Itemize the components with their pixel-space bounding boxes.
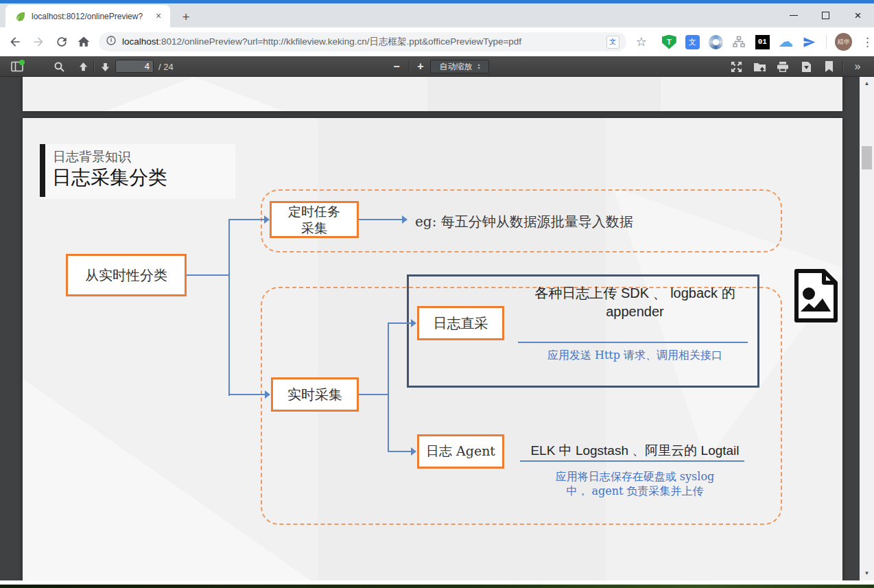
connector-line xyxy=(359,219,403,220)
status-green-dot xyxy=(19,60,25,65)
bookmark-button[interactable] xyxy=(820,56,837,77)
extension-01-icon[interactable]: 01 xyxy=(755,35,770,49)
page-down-button[interactable] xyxy=(97,56,113,77)
page-up-button[interactable] xyxy=(75,56,91,77)
agent-desc-text: ELK 中 Logstash 、阿里云的 Logtail xyxy=(506,442,764,460)
pdf-search-icon[interactable] xyxy=(51,56,67,77)
connector-line xyxy=(228,394,265,395)
scroll-up-icon[interactable]: ▲ xyxy=(860,78,874,89)
window-controls: × xyxy=(777,3,874,27)
browser-menu-icon[interactable]: ⋮ xyxy=(860,35,874,49)
timed-box-line1: 定时任务 xyxy=(288,203,340,220)
browser-window: localhost:8012/onlinePreview? × + × loca… xyxy=(0,0,874,588)
forward-button[interactable] xyxy=(29,32,48,51)
sidebar-toggle-button[interactable] xyxy=(8,56,26,77)
agent-box-label: 日志 Agent xyxy=(426,443,495,460)
agent-note-line1: 应用将日志保存在硬盘或 syslog xyxy=(506,469,764,484)
scrollbar-thumb[interactable] xyxy=(862,146,872,169)
connector-line xyxy=(228,220,230,396)
slide-subtitle: 日志背景知识 xyxy=(53,148,131,166)
close-button[interactable]: × xyxy=(842,3,874,27)
print-button[interactable] xyxy=(774,56,792,77)
zoom-in-button[interactable]: + xyxy=(412,56,429,77)
arrowhead-icon xyxy=(411,447,416,456)
toolbar-separator xyxy=(826,35,827,49)
zoom-select-dropdown[interactable]: 自动缩放 ▴▾ xyxy=(430,60,489,73)
underline xyxy=(520,460,744,462)
maximize-button[interactable] xyxy=(810,3,842,27)
vertical-scrollbar[interactable]: ▲ ▼ xyxy=(860,77,874,580)
browser-tab[interactable]: localhost:8012/onlinePreview? × xyxy=(5,5,170,27)
home-button[interactable] xyxy=(74,32,93,51)
pdf-page-4-slide: 日志背景知识 日志采集分类 从实时性分类 xyxy=(23,118,842,580)
pdf-page-3-bottom xyxy=(23,77,842,111)
minimize-icon xyxy=(790,15,798,16)
desktop-wallpaper-strip xyxy=(0,585,874,588)
slide-title: 日志采集分类 xyxy=(52,165,167,191)
spring-leaf-favicon xyxy=(15,11,26,22)
direct-box-label: 日志直采 xyxy=(434,314,488,333)
extension-swirl-icon[interactable] xyxy=(709,35,723,49)
more-tools-button[interactable]: » xyxy=(848,56,867,77)
profile-avatar[interactable]: 精华 xyxy=(835,33,853,51)
address-bar: localhost:8012/onlinePreview?url=http://… xyxy=(0,27,874,56)
dropdown-spinner-icon: ▴▾ xyxy=(477,63,480,70)
root-box-label: 从实时性分类 xyxy=(85,266,167,285)
page-number-input[interactable]: 4 xyxy=(115,60,154,73)
url-input[interactable]: localhost:8012/onlinePreview?url=http://… xyxy=(99,32,626,51)
presentation-mode-button[interactable] xyxy=(727,56,745,77)
tab-close-icon[interactable]: × xyxy=(152,10,165,23)
agent-note-line2: 中， agent 负责采集并上传 xyxy=(506,484,764,498)
log-agent-box: 日志 Agent xyxy=(417,434,504,469)
agent-note-text: 应用将日志保存在硬盘或 syslog 中， agent 负责采集并上传 xyxy=(506,469,764,498)
pdf-viewer-area[interactable]: 日志背景知识 日志采集分类 从实时性分类 xyxy=(0,77,874,580)
zoom-out-button[interactable]: − xyxy=(388,56,405,77)
arrowhead-icon xyxy=(402,215,408,224)
timed-box-line2: 采集 xyxy=(301,220,327,236)
extension-cloud-icon[interactable]: ☁ xyxy=(779,35,793,49)
zoom-select-label: 自动缩放 xyxy=(439,61,472,73)
realtime-box: 实时采集 xyxy=(271,377,359,412)
titlebar: localhost:8012/onlinePreview? × + × xyxy=(0,3,874,27)
underline xyxy=(518,342,748,343)
minimize-button[interactable] xyxy=(777,3,810,27)
extension-shield-icon[interactable]: T xyxy=(662,35,676,49)
timed-task-box: 定时任务 采集 xyxy=(270,201,359,238)
translate-page-icon[interactable]: 文 xyxy=(606,36,619,49)
direct-note-text: 应用发送 Http 请求、调用相关接口 xyxy=(506,349,764,363)
image-placeholder-icon xyxy=(792,269,838,322)
connector-line xyxy=(388,451,412,452)
extension-sitemap-icon[interactable] xyxy=(732,35,746,49)
url-path: :8012/onlinePreview?url=http://kkfilevie… xyxy=(158,36,521,47)
extensions-row: T 文 01 ☁ xyxy=(662,35,816,49)
arrowhead-icon xyxy=(264,215,270,224)
reload-button[interactable] xyxy=(52,32,71,51)
connector-line xyxy=(388,322,412,324)
pdf-toolbar: 4 / 24 − + 自动缩放 ▴▾ » xyxy=(0,56,874,77)
url-text: localhost:8012/onlinePreview?url=http://… xyxy=(122,36,606,48)
download-button[interactable] xyxy=(797,56,815,77)
open-file-button[interactable] xyxy=(751,56,768,77)
root-box: 从实时性分类 xyxy=(66,254,187,296)
arrowhead-icon xyxy=(411,319,416,327)
title-accent-bar xyxy=(40,144,45,197)
realtime-box-label: 实时采集 xyxy=(287,386,342,404)
back-button[interactable] xyxy=(5,32,25,51)
page-count-label: / 24 xyxy=(158,56,174,77)
bookmark-star-icon[interactable]: ☆ xyxy=(633,34,650,49)
arrowhead-icon xyxy=(265,390,270,399)
toolbar-separator xyxy=(93,60,94,73)
direct-collect-box: 日志直采 xyxy=(417,306,504,340)
timed-example-text: eg: 每五分钟从数据源批量导入数据 xyxy=(415,213,633,231)
extension-bird-icon[interactable] xyxy=(802,35,816,49)
extension-translate-icon[interactable]: 文 xyxy=(685,35,700,49)
scroll-down-icon[interactable]: ▼ xyxy=(860,568,874,579)
toolbar-separator xyxy=(842,60,843,73)
direct-desc-text: 各种日志上传 SDK 、 logback 的 appender xyxy=(506,284,764,321)
connector-line xyxy=(359,394,388,395)
direct-desc-line1: 各种日志上传 SDK 、 logback 的 xyxy=(506,284,764,303)
connector-line xyxy=(187,274,228,276)
new-tab-button[interactable]: + xyxy=(177,9,195,27)
toolbar-separator xyxy=(409,60,410,73)
page-info-icon[interactable] xyxy=(106,35,117,49)
